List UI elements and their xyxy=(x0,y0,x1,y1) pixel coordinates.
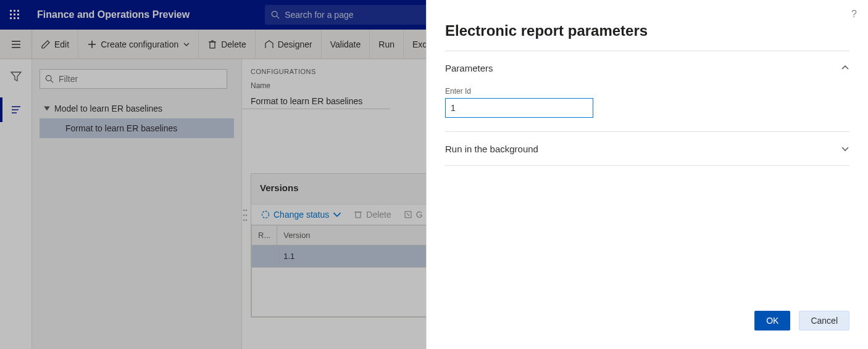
help-button[interactable]: ? xyxy=(851,9,857,20)
chevron-up-icon xyxy=(841,64,849,72)
parameters-section-title: Parameters xyxy=(445,63,493,73)
enter-id-label: Enter Id xyxy=(445,87,849,96)
cancel-button[interactable]: Cancel xyxy=(799,311,849,331)
report-parameters-dialog: ? Electronic report parameters Parameter… xyxy=(426,0,868,349)
ok-button[interactable]: OK xyxy=(754,311,790,331)
run-background-section: Run in the background xyxy=(445,132,849,166)
parameters-section-header[interactable]: Parameters xyxy=(445,51,849,84)
dialog-title: Electronic report parameters xyxy=(427,0,868,51)
chevron-down-icon xyxy=(841,144,849,153)
dialog-footer: OK Cancel xyxy=(427,311,868,349)
run-background-section-header[interactable]: Run in the background xyxy=(445,132,849,165)
enter-id-input[interactable] xyxy=(445,98,593,118)
run-background-section-title: Run in the background xyxy=(445,144,538,154)
parameters-section: Parameters Enter Id xyxy=(445,51,849,132)
